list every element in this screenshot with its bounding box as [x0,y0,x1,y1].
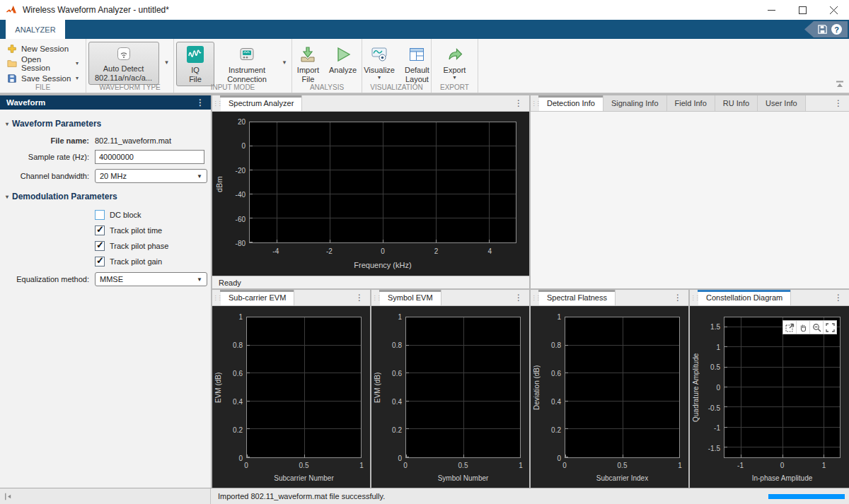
collapse-panel-icon[interactable] [4,492,13,501]
fit-to-view-icon[interactable] [823,321,836,334]
info-panel-menu-icon[interactable]: ⋮ [828,95,849,111]
panel-drag-handle[interactable]: ⋮⋮ [531,95,539,111]
constellation-tab-bar: ⋮⋮ Constellation Diagram ⋮ [690,290,849,306]
visualize-icon [370,45,388,64]
waveform-type-dropdown-arrow[interactable]: ▾ [161,42,173,83]
analyze-button[interactable]: Analyze [325,42,360,77]
equalization-method-select[interactable]: MMSE ▼ [95,272,207,286]
detection-info-content [531,112,849,288]
tab-spectrum-analyzer[interactable]: Spectrum Analyzer [221,95,302,111]
tab-analyzer[interactable]: ANALYZER [6,20,65,39]
plot-axes[interactable] [405,317,521,458]
default-layout-icon [408,45,426,64]
info-tab-bar: ⋮⋮ Detection Info Signaling Info Field I… [531,95,849,112]
tab-subcarrier-evm[interactable]: Sub-carrier EVM [221,290,294,305]
y-axis-label: Deviation (dB) [532,317,541,458]
quick-save-icon[interactable] [817,24,828,35]
spectrum-panel-menu-icon[interactable]: ⋮ [508,95,529,111]
main-area: Waveform ⋮ ▾ Waveform Parameters File na… [0,93,849,488]
track-pilot-gain-checkbox[interactable] [95,257,105,266]
tab-ru-info[interactable]: RU Info [715,95,758,111]
track-pilot-time-checkbox-row[interactable]: Track pilot time [95,225,211,235]
instrument-icon [238,45,256,64]
tab-detection-info[interactable]: Detection Info [539,95,603,111]
pan-hand-icon[interactable] [796,321,809,334]
track-pilot-gain-checkbox-row[interactable]: Track pilot gain [95,257,211,266]
iq-file-icon [186,45,204,64]
waveform-panel: Waveform ⋮ ▾ Waveform Parameters File na… [0,95,211,488]
waveform-parameters-section-header[interactable]: ▾ Waveform Parameters [0,115,211,131]
spectral-flatness-menu-icon[interactable]: ⋮ [667,290,688,305]
export-dropdown-arrow[interactable]: ▾ [453,75,456,80]
x-axis-label: Subcarrier Number [246,474,362,482]
matlab-logo-icon [6,4,17,16]
tab-user-info[interactable]: User Info [758,95,806,111]
plot-axes[interactable] [565,317,680,458]
help-icon[interactable]: ? [831,24,842,35]
panel-drag-handle[interactable]: ⋮⋮ [531,290,539,305]
tab-symbol-evm[interactable]: Symbol EVM [380,290,441,305]
track-pilot-time-checkbox[interactable] [95,225,105,235]
panel-drag-handle[interactable]: ⋮⋮ [212,290,221,305]
iq-file-button[interactable]: IQ File [176,42,214,86]
spectrum-plot[interactable]: dBm 200-20-40-60-80 -4-2024 Frequency (k… [214,113,528,274]
spectrum-plot-axes[interactable] [249,122,516,243]
panel-drag-handle[interactable]: ⋮⋮ [690,290,698,305]
track-pilot-phase-checkbox[interactable] [95,241,105,251]
title-bar: Wireless Waveform Analyzer - untitled* [0,0,849,20]
default-layout-button[interactable]: Default Layout [401,42,433,86]
y-axis-ticks: -1.5-1-0.500.511.5 [700,317,722,458]
plot-axes[interactable] [246,317,362,458]
wifi-auto-detect-icon [115,45,132,62]
visualize-dropdown-arrow[interactable]: ▾ [378,75,381,80]
section-visualization: Visualize ▾ Default Layout VISUALIZATION [362,39,432,93]
plot-axes[interactable] [724,317,841,458]
export-button[interactable]: Export ▾ [434,42,475,82]
save-disk-icon [7,74,17,83]
panel-drag-handle[interactable]: ⋮⋮ [371,290,380,305]
symbol-evm-plot[interactable]: EVM (dB) 00.20.40.60.81 00.51 Symbol Num… [373,307,528,486]
chevron-down-icon: ▼ [197,173,202,180]
new-session-button[interactable]: New Session [0,41,86,56]
channel-bandwidth-select[interactable]: 20 MHz ▼ [95,169,207,183]
spectral-flatness-plot[interactable]: Deviation (dB) 00.20.40.60.81 00.51 Subc… [532,307,687,486]
collapse-triangle-icon: ▾ [6,194,8,200]
subcarrier-evm-plot[interactable]: EVM (dB) 00.20.40.60.81 00.51 Subcarrier… [214,307,369,486]
close-button[interactable] [818,0,849,20]
auto-detect-button[interactable]: Auto Detect 802.11a/n/ac/a... [88,42,159,85]
tab-field-info[interactable]: Field Info [667,95,715,111]
open-session-dropdown-arrow[interactable]: ▾ [76,60,79,66]
panel-drag-handle[interactable]: ⋮⋮ [212,95,221,111]
subcarrier-evm-menu-icon[interactable]: ⋮ [349,290,370,305]
minimize-button[interactable] [756,0,787,20]
open-session-button[interactable]: Open Session ▾ [0,56,86,71]
x-axis-label: Symbol Number [405,474,521,482]
visualize-button[interactable]: Visualize ▾ [360,42,398,82]
save-session-dropdown-arrow[interactable]: ▾ [76,75,79,81]
sample-rate-label: Sample rate (Hz): [0,153,95,161]
open-in-figure-icon[interactable] [783,321,796,334]
constellation-diagram-panel: ⋮⋮ Constellation Diagram ⋮ Quadrature Am… [690,290,849,488]
import-file-button[interactable]: Import File [294,42,323,86]
status-message: Imported 802.11_waveform.mat file succes… [211,492,385,500]
tab-spectral-flatness[interactable]: Spectral Flatness [539,290,616,305]
y-axis-label: EVM (dB) [373,317,381,458]
demodulation-parameters-section-header[interactable]: ▾ Demodulation Parameters [0,188,211,204]
analyze-play-icon [334,45,352,64]
constellation-plot[interactable]: Quadrature Amplitude -1.5-1-0.500.511.5 [691,307,848,486]
maximize-button[interactable] [787,0,818,20]
instrument-connection-button[interactable]: Instrument Connection [217,42,277,86]
chevron-down-icon: ▼ [197,276,202,283]
symbol-evm-menu-icon[interactable]: ⋮ [508,290,529,305]
constellation-menu-icon[interactable]: ⋮ [828,290,849,305]
tab-signaling-info[interactable]: Signaling Info [603,95,667,111]
track-pilot-phase-checkbox-row[interactable]: Track pilot phase [95,241,211,251]
input-mode-dropdown-arrow[interactable]: ▾ [279,42,290,83]
sample-rate-input[interactable] [95,150,204,164]
tab-constellation-diagram[interactable]: Constellation Diagram [698,290,791,305]
dc-block-checkbox[interactable] [95,210,105,220]
waveform-panel-menu-icon[interactable]: ⋮ [196,98,204,107]
collapse-ribbon-button[interactable] [835,78,845,90]
zoom-out-icon[interactable] [809,321,823,334]
dc-block-checkbox-row[interactable]: DC block [95,210,211,220]
